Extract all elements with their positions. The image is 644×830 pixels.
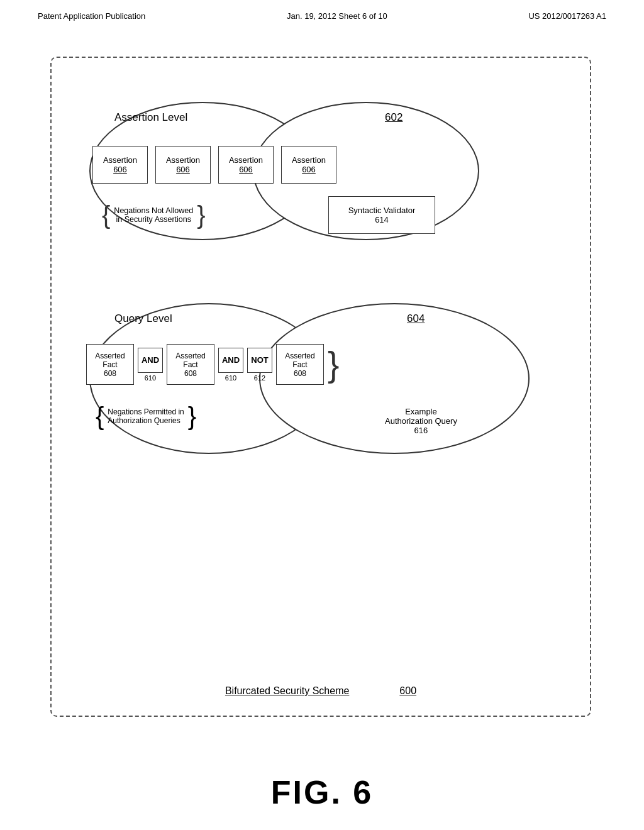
assertion-box-2: Assertion 606 <box>155 146 211 184</box>
assertion-level-label: Assertion Level <box>114 111 187 124</box>
assertion-level-num: 602 <box>385 111 402 124</box>
assertion-box-4: Assertion 606 <box>281 146 336 184</box>
header-right: US 2012/0017263 A1 <box>528 11 606 21</box>
assertion-box-3: Assertion 606 <box>218 146 274 184</box>
asserted-fact-3: Asserted Fact 608 <box>276 344 324 385</box>
example-auth-query: Example Authorization Query 616 <box>385 407 457 435</box>
not-box: NOT <box>247 348 272 373</box>
query-level-num: 604 <box>407 313 425 325</box>
query-level-label: Query Level <box>114 313 172 325</box>
asserted-fact-2: Asserted Fact 608 <box>167 344 214 385</box>
bottom-label-area: Bifurcated Security Scheme 600 <box>225 685 416 697</box>
and-box-1: AND <box>138 348 163 373</box>
diagram-outer-border: Assertion Level 602 Assertion 606 Assert… <box>50 57 591 717</box>
page-header: Patent Application Publication Jan. 19, … <box>0 0 644 21</box>
header-middle: Jan. 19, 2012 Sheet 6 of 10 <box>287 11 387 21</box>
assertion-boxes: Assertion 606 Assertion 606 Assertion 60… <box>92 146 336 184</box>
negations-not-allowed: { Negations Not Allowed in Security Asse… <box>102 202 206 228</box>
query-boxes: Asserted Fact 608 AND 610 Asserted Fact … <box>86 344 339 385</box>
asserted-fact-1: Asserted Fact 608 <box>86 344 134 385</box>
and-box-2: AND <box>218 348 243 373</box>
header-left: Patent Application Publication <box>38 11 145 21</box>
syntactic-validator-box: Syntactic Validator 614 <box>328 196 435 234</box>
right-brace-icon: } <box>328 347 339 382</box>
fig-label: FIG. 6 <box>271 773 373 811</box>
negations-permitted: { Negations Permitted in Authorization Q… <box>96 404 196 429</box>
assertion-box-1: Assertion 606 <box>92 146 148 184</box>
